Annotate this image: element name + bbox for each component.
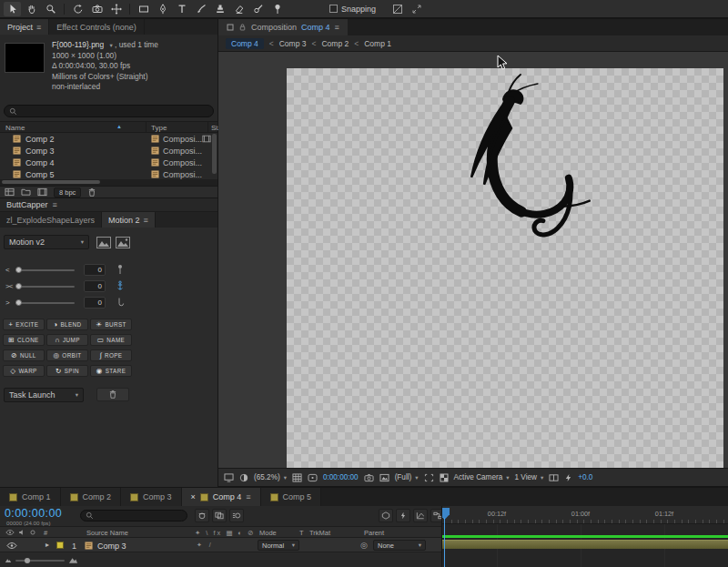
- layer-row-comp3[interactable]: ▸ 1 Comp 3 ✦ / Normal ▾ ◎ None ▾: [0, 538, 441, 552]
- scrollbar-handle[interactable]: [2, 180, 100, 184]
- camera-tool-button[interactable]: [88, 2, 106, 16]
- parent-dropdown[interactable]: None ▾: [373, 540, 426, 551]
- shape-tool-button[interactable]: [135, 2, 152, 16]
- name-button[interactable]: ▭NAME: [90, 334, 132, 346]
- spin-button[interactable]: ↻SPIN: [46, 365, 88, 377]
- new-folder-icon[interactable]: [21, 187, 31, 197]
- snapshot-camera-icon[interactable]: [364, 473, 374, 482]
- blend-mode-dropdown[interactable]: Normal ▾: [258, 540, 299, 551]
- roto-brush-tool-button[interactable]: [249, 2, 267, 16]
- project-row-comp4[interactable]: Comp 4 Composi...: [0, 157, 217, 168]
- column-parent[interactable]: Parent: [364, 529, 384, 537]
- timeline-tab-comp4[interactable]: × Comp 4 ≡: [182, 488, 261, 506]
- anchor-icon[interactable]: [116, 280, 125, 292]
- timeline-tab-comp5[interactable]: Comp 5: [261, 488, 322, 506]
- timeline-track-area[interactable]: 00:12f 01:00f 01:12f: [441, 506, 728, 567]
- viewer-lock-icon[interactable]: [238, 23, 247, 32]
- project-search-input[interactable]: [21, 106, 208, 116]
- bit-depth-button[interactable]: 8 bpc: [54, 187, 81, 197]
- landscape-icon-1[interactable]: [96, 237, 111, 248]
- column-number[interactable]: #: [44, 529, 47, 537]
- zoom-tool-button[interactable]: [42, 2, 59, 16]
- motion-blur-button[interactable]: [229, 509, 244, 522]
- column-type[interactable]: Type: [151, 124, 167, 132]
- frame-blending-button[interactable]: [212, 509, 227, 522]
- panel-menu-icon[interactable]: ≡: [36, 23, 41, 32]
- new-composition-icon[interactable]: [37, 187, 47, 197]
- column-t[interactable]: T: [299, 529, 304, 537]
- pin-icon[interactable]: [116, 264, 125, 276]
- zoom-out-mountain-icon[interactable]: [5, 557, 12, 563]
- snapping-toggle[interactable]: Snapping: [329, 5, 376, 14]
- current-time-indicator-line[interactable]: [444, 518, 445, 567]
- live-update-button[interactable]: [396, 509, 410, 522]
- timeline-tab-comp1[interactable]: Comp 1: [0, 488, 61, 506]
- mask-visibility-icon[interactable]: [308, 473, 318, 482]
- slider-value-field[interactable]: 0: [84, 280, 106, 292]
- snap-options-button[interactable]: [389, 2, 406, 16]
- puppet-pin-tool-button[interactable]: [268, 2, 286, 16]
- footage-thumbnail[interactable]: [5, 43, 45, 73]
- column-mode[interactable]: Mode: [259, 529, 277, 537]
- hook-icon[interactable]: [116, 297, 125, 309]
- fast-previews-icon[interactable]: [564, 473, 572, 482]
- slider-chevron[interactable]: ><: [5, 282, 12, 290]
- rope-button[interactable]: ∫ROPE: [90, 349, 132, 361]
- breadcrumb-comp2[interactable]: Comp 2: [321, 39, 349, 48]
- pen-tool-button[interactable]: [154, 2, 171, 16]
- shy-layers-button[interactable]: [195, 509, 209, 522]
- layer-visibility-eye-icon[interactable]: [6, 542, 17, 550]
- timeline-search-box[interactable]: [80, 510, 187, 521]
- pan-behind-tool-button[interactable]: [107, 2, 125, 16]
- layer-color-label[interactable]: [56, 542, 64, 549]
- timeline-tab-comp2[interactable]: Comp 2: [61, 488, 122, 506]
- project-search-box[interactable]: [4, 105, 214, 117]
- tab-explodeshapelayers[interactable]: zl_ExplodeShapeLayers: [0, 212, 102, 228]
- active-camera-dropdown[interactable]: Active Camera ▾: [454, 473, 510, 481]
- snap-expand-button[interactable]: [408, 2, 425, 16]
- time-ruler[interactable]: 00:12f 01:00f 01:12f: [442, 506, 728, 524]
- region-of-interest-icon[interactable]: [424, 473, 434, 482]
- timeline-search-input[interactable]: [97, 511, 182, 521]
- column-name[interactable]: Name: [5, 124, 25, 132]
- slider-value-field[interactable]: 0: [84, 297, 106, 309]
- project-row-comp3[interactable]: Comp 3 Composi...: [0, 145, 217, 157]
- buttcapper-titlebar[interactable]: ButtCapper ≡: [0, 198, 217, 212]
- eraser-tool-button[interactable]: [230, 2, 248, 16]
- preset-dropdown[interactable]: Motion v2 ▾: [4, 235, 89, 249]
- graph-editor-button[interactable]: [413, 509, 428, 522]
- snapping-checkbox[interactable]: [329, 5, 338, 13]
- column-source-name[interactable]: Source Name: [86, 529, 128, 537]
- contrast-icon[interactable]: [239, 473, 248, 482]
- breadcrumb-comp4[interactable]: Comp 4: [226, 38, 264, 49]
- view-layout-dropdown[interactable]: 1 View ▾: [515, 473, 544, 481]
- clone-stamp-tool-button[interactable]: [211, 2, 228, 16]
- monitor-icon[interactable]: [224, 473, 234, 482]
- panel-menu-icon[interactable]: ≡: [53, 200, 57, 209]
- panel-menu-icon[interactable]: ≡: [335, 23, 339, 32]
- slider-chevron[interactable]: >: [5, 299, 9, 307]
- excite-button[interactable]: +EXCITE: [3, 319, 45, 330]
- zoom-slider-knob[interactable]: [25, 558, 30, 563]
- slider-chevron[interactable]: <: [5, 266, 9, 274]
- close-tab-icon[interactable]: ×: [191, 492, 196, 501]
- show-snapshot-icon[interactable]: [379, 473, 389, 482]
- landscape-icon-2[interactable]: [116, 237, 130, 248]
- resolution-dropdown[interactable]: (Full) ▾: [395, 473, 419, 481]
- jump-button[interactable]: ∩JUMP: [46, 334, 88, 346]
- draft-3d-button[interactable]: [379, 509, 393, 522]
- panel-menu-icon[interactable]: ≡: [144, 216, 148, 225]
- breadcrumb-comp3[interactable]: Comp 3: [279, 39, 307, 48]
- orbit-button[interactable]: ◎ORBIT: [46, 349, 88, 361]
- slider-knob[interactable]: [15, 299, 22, 306]
- delete-trash-icon[interactable]: [87, 187, 96, 197]
- tab-composition-comp4[interactable]: Composition Comp 4 ≡: [218, 19, 348, 35]
- footage-dropdown-icon[interactable]: ▾: [109, 42, 112, 48]
- sort-ascending-icon[interactable]: ▲: [116, 124, 122, 129]
- tab-effect-controls[interactable]: Effect Controls (none): [49, 19, 144, 35]
- grid-options-icon[interactable]: [292, 473, 302, 482]
- null-button[interactable]: ⊘NULL: [3, 349, 45, 361]
- layer-duration-bar[interactable]: [442, 540, 728, 549]
- layer-switches[interactable]: ✦ /: [197, 542, 214, 549]
- tab-motion2[interactable]: Motion 2 ≡: [102, 212, 156, 228]
